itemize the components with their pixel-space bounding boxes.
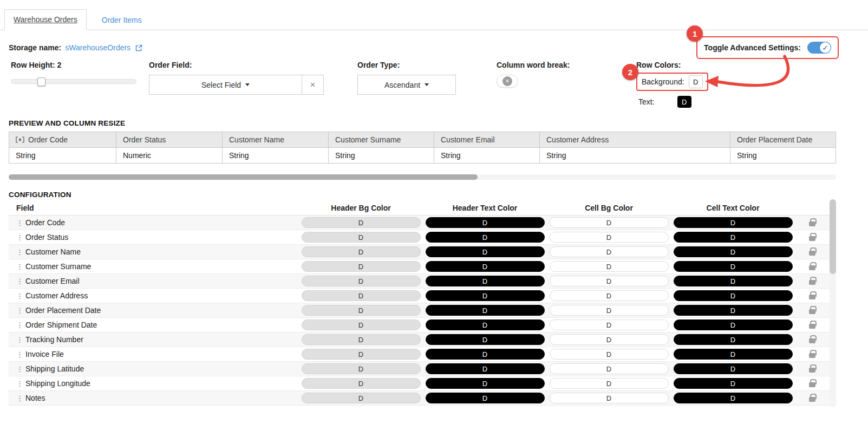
- cell-text-color-button[interactable]: D: [674, 246, 793, 257]
- header-bg-color-button[interactable]: D: [302, 334, 421, 345]
- header-bg-color-button[interactable]: D: [302, 378, 421, 389]
- drag-handle-icon[interactable]: ⋮: [16, 248, 21, 256]
- lock-icon: [809, 324, 815, 329]
- cell-bg-color-button[interactable]: D: [550, 334, 669, 345]
- header-bg-color-button[interactable]: D: [302, 261, 421, 272]
- header-bg-color-button[interactable]: D: [302, 290, 421, 301]
- cell-bg-color-button[interactable]: D: [550, 378, 669, 389]
- preview-column-header[interactable]: Order Code: [9, 132, 116, 147]
- cell-text-color-button[interactable]: D: [674, 305, 793, 316]
- preview-table: Order Code Order Status Customer Name: [9, 132, 836, 164]
- cell-text-color-button[interactable]: D: [674, 276, 793, 286]
- header-bg-color-button[interactable]: D: [302, 319, 421, 330]
- cell-text-color-button[interactable]: D: [674, 349, 793, 360]
- header-text-color-button[interactable]: D: [426, 217, 545, 228]
- toggle-knob[interactable]: ✓: [820, 42, 831, 53]
- cell-bg-color-button[interactable]: D: [550, 349, 669, 360]
- header-text-color-button[interactable]: D: [426, 305, 545, 316]
- header-bg-color-button[interactable]: D: [302, 217, 421, 228]
- cell-bg-color-button[interactable]: D: [550, 393, 669, 403]
- header-bg-color-button[interactable]: D: [302, 305, 421, 316]
- header-text-color-button[interactable]: D: [426, 393, 545, 403]
- horizontal-scrollbar-thumb[interactable]: [9, 174, 478, 180]
- cell-text-color-button[interactable]: D: [674, 393, 793, 403]
- header-bg-color-button[interactable]: D: [302, 393, 421, 403]
- header-bg-color-button[interactable]: D: [302, 232, 421, 243]
- storage-name-link[interactable]: sWarehouseOrders: [65, 43, 130, 52]
- cell-bg-color-button[interactable]: D: [550, 232, 669, 243]
- drag-handle-icon[interactable]: ⋮: [16, 336, 21, 344]
- drag-handle-icon[interactable]: ⋮: [16, 306, 21, 315]
- drag-handle-icon[interactable]: ⋮: [16, 321, 21, 329]
- preview-column-header[interactable]: Customer Surname: [329, 132, 434, 147]
- order-field-selected: Select Field: [201, 81, 241, 89]
- header-bg-color-button[interactable]: D: [302, 363, 421, 374]
- tab-order-items[interactable]: Order Items: [93, 10, 151, 30]
- header-text-color-button[interactable]: D: [426, 290, 545, 301]
- drag-handle-icon[interactable]: ⋮: [16, 350, 21, 358]
- cell-bg-column-header: Cell Bg Color: [585, 204, 633, 212]
- cell-bg-color-button[interactable]: D: [550, 261, 669, 272]
- horizontal-scrollbar[interactable]: [9, 174, 836, 180]
- cell-bg-color-button[interactable]: D: [550, 246, 669, 257]
- cell-text-color-button[interactable]: D: [674, 378, 793, 389]
- cell-bg-color-button[interactable]: D: [550, 290, 669, 301]
- text-color-button[interactable]: D: [677, 96, 691, 108]
- header-text-color-button[interactable]: D: [426, 261, 545, 272]
- drag-handle-icon[interactable]: ⋮: [16, 277, 21, 285]
- drag-handle-icon[interactable]: ⋮: [16, 292, 21, 300]
- header-bg-color-button[interactable]: D: [302, 276, 421, 286]
- cell-text-color-button[interactable]: D: [674, 217, 793, 228]
- clear-field-button[interactable]: ×: [302, 75, 324, 95]
- preview-column-header[interactable]: Customer Email: [434, 132, 540, 147]
- header-text-color-button[interactable]: D: [426, 232, 545, 243]
- external-link-icon[interactable]: [135, 44, 142, 51]
- cell-text-color-button[interactable]: D: [674, 290, 793, 301]
- preview-column-header[interactable]: Customer Name: [223, 132, 329, 147]
- drag-handle-icon[interactable]: ⋮: [16, 219, 21, 227]
- header-text-color-button[interactable]: D: [426, 349, 545, 360]
- row-height-slider[interactable]: [11, 79, 136, 84]
- header-text-color-button[interactable]: D: [426, 363, 545, 374]
- background-color-button[interactable]: D: [689, 75, 703, 88]
- column-type: String: [9, 148, 116, 163]
- preview-column-header[interactable]: Customer Address: [540, 132, 730, 147]
- field-name: Order Code: [25, 218, 65, 227]
- cell-text-color-button[interactable]: D: [674, 319, 793, 330]
- cell-text-color-button[interactable]: D: [674, 363, 793, 374]
- cell-bg-color-button[interactable]: D: [550, 217, 669, 228]
- drag-handle-icon[interactable]: ⋮: [16, 365, 21, 373]
- cell-bg-color-button[interactable]: D: [550, 319, 669, 330]
- cell-text-color-button[interactable]: D: [674, 232, 793, 243]
- vertical-scrollbar[interactable]: [830, 199, 836, 407]
- slider-thumb[interactable]: [37, 77, 45, 86]
- cell-text-color-button[interactable]: D: [674, 261, 793, 272]
- vertical-scrollbar-thumb[interactable]: [830, 199, 836, 274]
- header-text-color-button[interactable]: D: [426, 334, 545, 345]
- advanced-settings-toggle[interactable]: ✓: [807, 42, 831, 54]
- header-text-color-button[interactable]: D: [426, 319, 545, 330]
- row-colors-control: Row Colors: Background: D 2 Text: D: [636, 61, 708, 108]
- header-text-color-button[interactable]: D: [426, 276, 545, 286]
- drag-handle-icon[interactable]: ⋮: [16, 394, 21, 402]
- header-bg-column-header: Header Bg Color: [331, 204, 390, 212]
- preview-column-header[interactable]: Order Placement Date: [730, 132, 836, 147]
- cell-bg-color-button[interactable]: D: [550, 276, 669, 286]
- drag-handle-icon[interactable]: ⋮: [16, 233, 21, 242]
- drag-handle-icon[interactable]: ⋮: [16, 263, 21, 271]
- field-name: Tracking Number: [25, 335, 83, 344]
- drag-handle-icon[interactable]: ⋮: [16, 380, 21, 388]
- preview-column-header[interactable]: Order Status: [116, 132, 223, 147]
- cell-text-color-button[interactable]: D: [674, 334, 793, 345]
- header-text-color-button[interactable]: D: [426, 246, 545, 257]
- configuration-section-title: CONFIGURATION: [9, 191, 859, 199]
- word-break-toggle[interactable]: ×: [497, 75, 518, 88]
- tab-warehouse-orders[interactable]: Warehouse Orders: [4, 9, 87, 30]
- header-bg-color-button[interactable]: D: [302, 246, 421, 257]
- cell-bg-color-button[interactable]: D: [550, 305, 669, 316]
- order-type-dropdown[interactable]: Ascendant: [357, 75, 456, 95]
- order-field-dropdown[interactable]: Select Field: [149, 75, 302, 95]
- header-bg-color-button[interactable]: D: [302, 349, 421, 360]
- cell-bg-color-button[interactable]: D: [550, 363, 669, 374]
- header-text-color-button[interactable]: D: [426, 378, 545, 389]
